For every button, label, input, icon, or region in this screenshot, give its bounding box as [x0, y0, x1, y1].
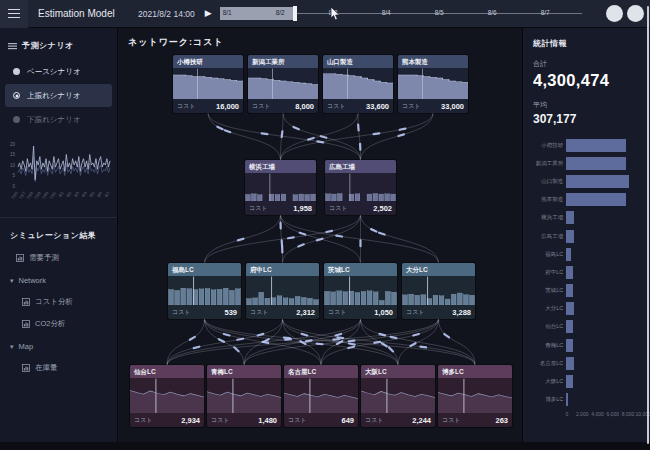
tree-item-Map[interactable]: ▾Map: [0, 335, 117, 357]
network-node-名古屋LC[interactable]: 名古屋LCコスト649: [284, 365, 358, 427]
node-title: 広島工場: [325, 160, 396, 173]
tree-item-CO2分析[interactable]: CO2分析: [0, 313, 117, 335]
node-metric-value: 2,502: [373, 204, 392, 213]
node-title: 名古屋LC: [284, 365, 358, 378]
scenario-option[interactable]: 上振れシナリオ: [5, 84, 112, 107]
network-node-山口製造[interactable]: 山口製造コスト33,600: [323, 55, 393, 113]
scenario-option-label: 下振れシナリオ: [27, 115, 80, 125]
node-metric-value: 2,244: [412, 416, 431, 425]
network-node-福島LC[interactable]: 福島LCコスト539: [168, 263, 241, 319]
node-title: 青梅LC: [207, 365, 281, 378]
bar-row-大阪LC: 大阪LC: [533, 372, 644, 390]
chart-icon: [16, 254, 24, 262]
user-avatars: [606, 5, 644, 22]
node-spark-chart: [361, 378, 435, 413]
bar-track: [566, 320, 644, 333]
hamburger-menu-icon[interactable]: [0, 0, 28, 28]
node-title: 茨城LC: [324, 263, 397, 276]
bar-row-博多LC: 博多LC: [533, 391, 644, 409]
node-title: 新潟工業所: [248, 55, 318, 68]
node-metric-label: コスト: [402, 102, 420, 111]
tree-item-label: CO2分析: [35, 319, 65, 329]
bar-category-label: 大分LC: [533, 305, 566, 312]
node-footer: コスト16,000: [173, 99, 243, 113]
node-footer: コスト1,480: [207, 413, 281, 427]
node-title: 横浜工場: [245, 160, 316, 173]
bar-row-名古屋LC: 名古屋LC: [533, 354, 644, 372]
bar-row-横浜工場: 横浜工場: [533, 209, 644, 227]
timeline-tick-label: 8/5: [435, 9, 444, 16]
network-node-横浜工場[interactable]: 横浜工場コスト1,958: [245, 160, 316, 215]
tree-item-label: 需要予測: [29, 253, 59, 263]
network-node-熊本製造[interactable]: 熊本製造コスト33,000: [398, 55, 468, 113]
timeline-handle[interactable]: [293, 6, 297, 21]
node-title: 仙台LC: [130, 365, 204, 378]
node-footer: コスト263: [438, 413, 512, 427]
tree-item-Network[interactable]: ▾Network: [0, 269, 117, 291]
node-footer: コスト33,600: [323, 99, 393, 113]
network-node-広島工場[interactable]: 広島工場コスト2,502: [325, 160, 396, 215]
bar-category-label: 府中LC: [533, 269, 566, 276]
bar-track: [566, 266, 644, 279]
radio-icon[interactable]: [13, 116, 20, 123]
bar-track: [566, 248, 644, 261]
tree-item-コスト分析[interactable]: コスト分析: [0, 291, 117, 313]
scrollbar[interactable]: [647, 6, 650, 444]
bar: [566, 375, 573, 388]
node-metric-label: コスト: [252, 102, 270, 111]
network-node-大分LC[interactable]: 大分LCコスト3,288: [402, 263, 475, 319]
network-node-小樽技研[interactable]: 小樽技研コスト16,000: [173, 55, 243, 113]
node-metric-label: コスト: [328, 308, 346, 317]
cost-bar-chart: 小樽技研新潟工業所山口製造熊本製造横浜工場広島工場福島LC府中LC茨城LC大分L…: [533, 136, 644, 409]
avatar[interactable]: [606, 5, 623, 22]
bottom-strip: [0, 442, 650, 450]
network-node-仙台LC[interactable]: 仙台LCコスト2,934: [130, 365, 204, 427]
network-node-茨城LC[interactable]: 茨城LCコスト1,050: [324, 263, 397, 319]
node-title: 大阪LC: [361, 365, 435, 378]
bar-axis-tick-label: 4,000: [591, 411, 604, 417]
bar-track: [566, 139, 644, 152]
bar-category-label: 広島工場: [533, 233, 566, 240]
bar: [566, 230, 574, 243]
tree-item-在庫量[interactable]: 在庫量: [0, 357, 117, 379]
timeline-slider[interactable]: 8/18/28/38/48/58/68/7: [220, 0, 586, 28]
node-metric-value: 263: [495, 416, 508, 425]
network-node-博多LC[interactable]: 博多LCコスト263: [438, 365, 512, 427]
node-footer: コスト33,000: [398, 99, 468, 113]
svg-text:20: 20: [10, 142, 16, 147]
scenario-option[interactable]: 下振れシナリオ: [5, 108, 112, 131]
bar-category-label: 小樽技研: [533, 142, 566, 149]
bar-track: [566, 375, 644, 388]
radio-icon[interactable]: [13, 68, 20, 75]
radio-icon[interactable]: [13, 92, 20, 99]
svg-text:15: 15: [10, 152, 16, 157]
caret-down-icon[interactable]: ▾: [10, 343, 14, 350]
bar: [566, 339, 573, 352]
avatar[interactable]: [627, 5, 644, 22]
list-icon: [8, 42, 17, 50]
node-spark-chart: [325, 173, 396, 201]
bar: [566, 157, 625, 170]
svg-text:8/2: 8/2: [65, 190, 73, 198]
network-node-新潟工業所[interactable]: 新潟工業所コスト8,000: [248, 55, 318, 113]
svg-text:7/26: 7/26: [10, 190, 19, 200]
node-title: 博多LC: [438, 365, 512, 378]
network-node-府中LC[interactable]: 府中LCコスト2,312: [246, 263, 319, 319]
node-spark-chart: [168, 276, 241, 305]
right-sidebar: 統計情報 合計 4,300,474 平均 307,177 小樽技研新潟工業所山口…: [522, 28, 650, 442]
main-panel: ネットワーク:コスト 小樽技研コスト16,000新潟工業所コスト8,000山口製…: [118, 28, 522, 442]
play-icon[interactable]: ▶: [205, 9, 212, 18]
caret-down-icon[interactable]: ▾: [10, 277, 14, 284]
network-node-青梅LC[interactable]: 青梅LCコスト1,480: [207, 365, 281, 427]
node-metric-label: コスト: [329, 204, 347, 213]
current-datetime: 2021/8/2 14:00: [138, 9, 195, 19]
bar-track: [566, 393, 644, 406]
svg-text:10: 10: [10, 163, 16, 168]
bar: [566, 302, 574, 315]
svg-text:8/6: 8/6: [96, 190, 104, 198]
scenario-option[interactable]: ベースシナリオ: [5, 60, 112, 83]
timeline-tick-label: 8/1: [223, 9, 232, 16]
tree-item-需要予測[interactable]: 需要予測: [0, 247, 117, 269]
network-node-大阪LC[interactable]: 大阪LCコスト2,244: [361, 365, 435, 427]
node-title: 山口製造: [323, 55, 393, 68]
